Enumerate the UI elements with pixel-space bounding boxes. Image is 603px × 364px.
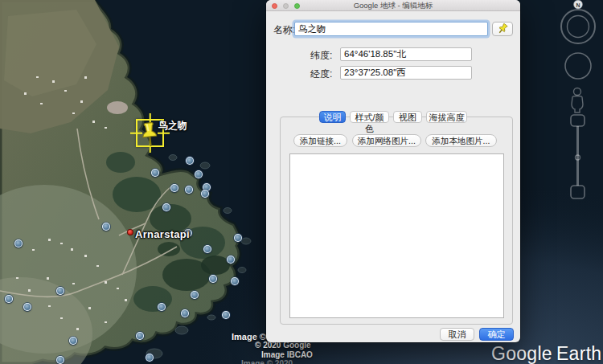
copyright-ibcao: Image IBCAO [261,350,313,359]
zoom-slider-control[interactable] [571,115,585,198]
tab-style-color[interactable]: 样式/颜色 [350,111,389,123]
photo-icon[interactable] [162,203,170,211]
photo-icon[interactable] [181,309,189,317]
latitude-field-label: 纬度: [310,49,332,63]
photo-icon[interactable] [56,287,64,295]
add-web-image-button[interactable]: 添加网络图片... [352,134,421,147]
photo-icon[interactable] [5,295,13,303]
description-textarea[interactable] [289,153,504,318]
photo-icon[interactable] [195,170,203,178]
town-label: Arnarstapi [135,228,190,240]
photo-icon[interactable] [146,354,154,362]
town-dot-icon [127,229,133,235]
photo-icon[interactable] [151,169,159,177]
compass-n-label: N [576,2,580,8]
longitude-field-label: 经度: [310,67,332,81]
pushpin-icon [498,23,508,35]
photo-icon[interactable] [222,311,230,319]
town-marker[interactable]: Arnarstapi [127,228,190,240]
photo-icon[interactable] [201,190,209,198]
photo-icon[interactable] [69,337,77,345]
placemark-tabbar: 说明 样式/颜色 视图 海拔高度 [266,111,520,123]
pegman-control[interactable] [572,88,583,113]
photo-icon[interactable] [227,256,235,264]
photo-icon[interactable] [186,157,194,165]
photo-icon[interactable] [185,186,193,194]
photo-icon[interactable] [209,275,217,283]
add-local-image-button[interactable]: 添加本地图片... [425,134,497,147]
google-earth-logo: GoogleEarth [491,343,601,364]
placemark-label: 鸟之吻 [158,119,187,133]
photo-icon[interactable] [102,223,110,231]
latitude-input[interactable] [340,47,472,61]
tab-description[interactable]: 说明 [319,111,346,123]
longitude-input[interactable] [340,66,472,80]
cancel-button[interactable]: 取消 [440,328,474,341]
tab-altitude[interactable]: 海拔高度 [426,111,467,123]
photo-icon[interactable] [136,332,144,340]
google-earth-window: Arnarstapi 鸟之吻 [0,0,603,364]
photo-icon[interactable] [14,239,23,247]
photo-icon[interactable] [231,277,239,285]
photo-icon[interactable] [203,245,211,253]
name-field-label: 名称: [273,23,295,37]
edit-placemark-dialog: Google 地球 - 编辑地标 名称: 纬度: 经度: 说明 样式/颜色 视图… [266,0,520,342]
placemark-pin-icon[interactable] [140,121,159,149]
photo-icon[interactable] [56,356,64,364]
photo-icon[interactable] [234,234,242,242]
navigation-controls: N [555,0,603,209]
logo-google: Google [491,343,552,364]
change-pin-icon-button[interactable] [492,22,513,36]
copyright-faint-line: Image © 2020 [241,359,293,364]
photo-icon[interactable] [23,303,31,311]
add-link-button[interactable]: 添加链接... [293,134,347,147]
photo-icon[interactable] [158,303,166,311]
ok-button[interactable]: 确定 [479,328,514,341]
logo-earth: Earth [556,343,601,364]
dialog-titlebar[interactable]: Google 地球 - 编辑地标 [266,0,520,11]
tab-view[interactable]: 视图 [393,111,422,123]
photo-icon[interactable] [170,184,178,192]
dialog-title: Google 地球 - 编辑地标 [266,1,520,11]
name-input[interactable] [294,22,488,36]
pan-control[interactable] [565,53,591,79]
photo-icon[interactable] [191,291,199,299]
